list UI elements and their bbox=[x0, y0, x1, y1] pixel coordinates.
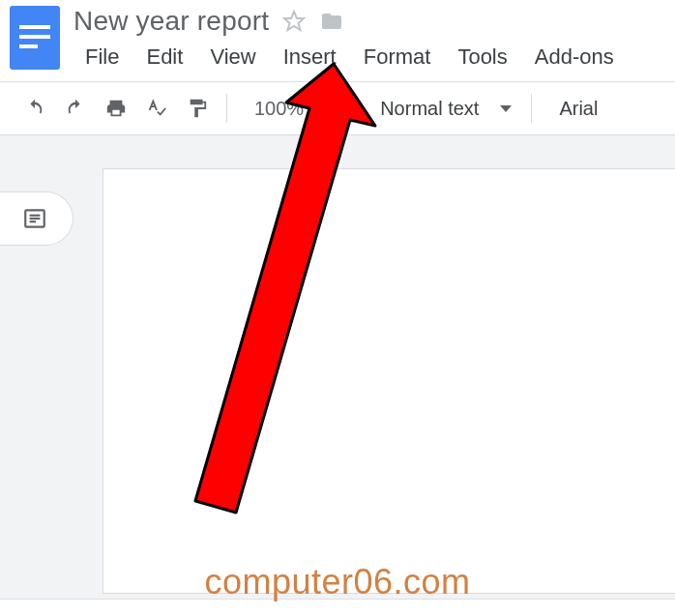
document-title[interactable]: New year report bbox=[73, 6, 269, 37]
font-select[interactable]: Arial bbox=[542, 98, 615, 120]
menu-view[interactable]: View bbox=[198, 43, 267, 72]
menu-edit[interactable]: Edit bbox=[134, 43, 194, 72]
toolbar-separator bbox=[531, 94, 532, 123]
spellcheck-button[interactable] bbox=[137, 89, 176, 128]
watermark-text: computer06.com bbox=[0, 562, 675, 602]
menu-insert[interactable]: Insert bbox=[272, 43, 348, 72]
menu-format[interactable]: Format bbox=[352, 43, 443, 72]
menu-file[interactable]: File bbox=[73, 43, 131, 72]
move-folder-icon[interactable] bbox=[319, 10, 344, 33]
toolbar-separator bbox=[226, 94, 227, 123]
editor-canvas bbox=[0, 135, 675, 600]
docs-logo-icon[interactable] bbox=[10, 6, 60, 70]
paragraph-style-value: Normal text bbox=[380, 98, 479, 120]
menu-add-ons[interactable]: Add-ons bbox=[523, 43, 626, 72]
document-outline-toggle[interactable] bbox=[0, 191, 73, 246]
zoom-value: 100% bbox=[254, 98, 304, 120]
chevron-down-icon bbox=[500, 105, 512, 112]
print-button[interactable] bbox=[97, 89, 135, 128]
chevron-down-icon bbox=[313, 105, 325, 112]
font-value: Arial bbox=[559, 98, 598, 119]
zoom-select[interactable]: 100% bbox=[237, 98, 342, 120]
toolbar-separator bbox=[352, 94, 353, 123]
app-header: New year report File Edit View Insert Fo… bbox=[0, 0, 675, 72]
paragraph-style-select[interactable]: Normal text bbox=[363, 98, 521, 120]
svg-marker-0 bbox=[284, 12, 304, 30]
document-page[interactable] bbox=[103, 168, 675, 594]
menu-tools[interactable]: Tools bbox=[446, 43, 518, 72]
menu-bar: File Edit View Insert Format Tools Add-o… bbox=[73, 43, 675, 72]
paint-format-button[interactable] bbox=[178, 89, 217, 128]
star-icon[interactable] bbox=[282, 10, 306, 33]
toolbar: 100% Normal text Arial bbox=[0, 81, 675, 135]
redo-button[interactable] bbox=[56, 89, 95, 128]
undo-button[interactable] bbox=[15, 89, 54, 128]
